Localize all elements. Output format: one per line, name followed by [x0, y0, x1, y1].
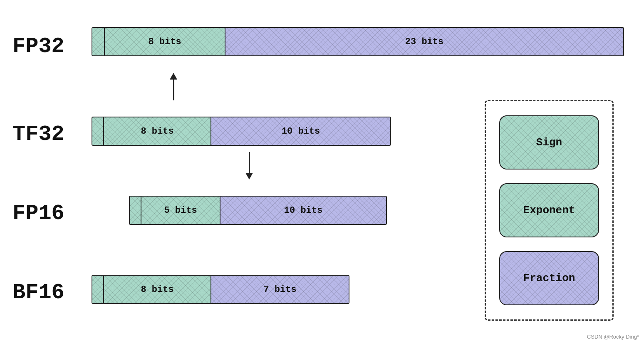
arrow-shaft-up	[173, 80, 174, 100]
tf32-label: TF32	[12, 122, 64, 147]
watermark: CSDN @Rocky Ding*	[587, 334, 639, 340]
fp32-exp: 8 bits	[105, 28, 225, 55]
tf32-sign	[92, 117, 104, 145]
bf16-sign	[92, 276, 104, 303]
fp32-label: FP32	[12, 34, 64, 59]
arrow-head-up-icon	[170, 73, 177, 80]
legend-box: Sign Exponent Fraction	[485, 100, 614, 321]
legend-sign: Sign	[499, 115, 599, 170]
bf16-label: BF16	[12, 280, 64, 305]
bf16-exp: 8 bits	[104, 276, 211, 303]
arrow-shaft-down	[249, 152, 250, 173]
arrow-head-down-icon	[245, 173, 253, 179]
tf32-exp: 8 bits	[104, 117, 211, 145]
fp16-exp: 5 bits	[141, 197, 220, 224]
fp32-bar: 8 bits 23 bits	[92, 27, 624, 56]
fp16-sign	[130, 197, 141, 224]
legend-fraction: Fraction	[499, 251, 599, 305]
bf16-bar: 8 bits 7 bits	[92, 275, 349, 304]
fp32-sign	[92, 28, 105, 55]
bf16-frac: 7 bits	[211, 276, 349, 303]
fp16-label: FP16	[12, 201, 64, 226]
tf32-bar: 8 bits 10 bits	[92, 117, 391, 146]
fp16-bar: 5 bits 10 bits	[129, 196, 387, 225]
fp16-frac: 10 bits	[220, 197, 386, 224]
legend-exponent: Exponent	[499, 183, 599, 237]
fp32-frac: 23 bits	[225, 28, 623, 55]
arrow-up	[170, 73, 177, 100]
main-container: FP32 8 bits 23 bits TF32 8 bits 10 bits …	[0, 0, 644, 344]
tf32-frac: 10 bits	[211, 117, 390, 145]
arrow-down	[245, 152, 253, 179]
